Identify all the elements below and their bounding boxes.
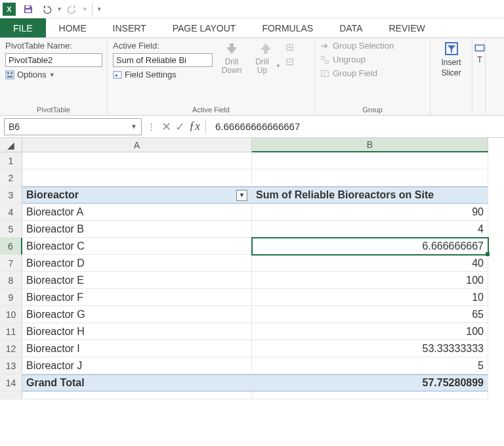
row-header-4[interactable]: 4 [0, 204, 22, 221]
insert-slicer-label2: Slicer [441, 68, 461, 78]
drill-down-button[interactable]: Drill Down [217, 41, 247, 75]
cell-B8[interactable]: 100 [252, 272, 488, 289]
formula-input[interactable]: 6.66666666666667 [211, 121, 500, 132]
timeline-icon [474, 42, 486, 54]
fx-button[interactable]: ƒx [189, 120, 200, 133]
row-header-8[interactable]: 8 [0, 272, 22, 289]
row-header-7[interactable]: 7 [0, 255, 22, 272]
insert-timeline-button[interactable]: T [474, 42, 486, 64]
name-box[interactable]: B6 ▼ [4, 118, 142, 135]
group-active-field: Active Field: Field Settings Drill Down … [108, 38, 315, 115]
tab-review[interactable]: REVIEW [375, 18, 438, 37]
group-selection-button[interactable]: Group Selection [320, 41, 394, 51]
row-header-15[interactable] [0, 391, 22, 399]
row-header-2[interactable]: 2 [0, 169, 22, 187]
undo-button[interactable] [38, 1, 55, 17]
cell-B12[interactable]: 53.33333333 [252, 340, 488, 357]
pivot-filter-button[interactable]: ▼ [236, 190, 247, 201]
slicer-icon [444, 41, 459, 56]
pivot-header-b-text: Sum of Reliable Bioreactors on Site [256, 189, 434, 201]
group-field-button[interactable]: 7 Group Field [320, 68, 394, 78]
chevron-down-icon: ▼ [276, 64, 281, 70]
pivottable-options-button[interactable]: Options ▼ [5, 70, 55, 79]
row-header-14[interactable]: 14 [0, 374, 22, 391]
group-field-icon: 7 [320, 69, 329, 78]
cell-B4[interactable]: 90 [252, 204, 488, 221]
col-header-B[interactable]: B [252, 138, 488, 152]
active-field-input[interactable] [113, 53, 213, 67]
cell-B15[interactable] [252, 391, 488, 399]
ribbon: PivotTable Name: Options ▼ PivotTable Ac… [0, 38, 504, 116]
group-pivottable-label: PivotTable [5, 104, 102, 114]
tab-page-layout[interactable]: PAGE LAYOUT [159, 18, 249, 37]
cell-B11[interactable]: 100 [252, 323, 488, 340]
cell-A13[interactable]: Bioreactor J [22, 357, 252, 374]
cell-A8[interactable]: Bioreactor E [22, 272, 252, 289]
field-settings-button[interactable]: Field Settings [113, 70, 213, 79]
cell-B1[interactable] [252, 152, 488, 169]
collapse-icon [286, 55, 298, 67]
tab-home[interactable]: HOME [46, 18, 100, 37]
redo-dropdown-icon[interactable]: ▼ [82, 6, 88, 12]
row-header-3[interactable]: 3 [0, 187, 22, 204]
tab-insert[interactable]: INSERT [100, 18, 159, 37]
formula-bar: B6 ▼ ⋮ ✕ ✓ ƒx 6.66666666666667 [0, 116, 504, 138]
redo-button[interactable] [64, 1, 81, 17]
cell-A1[interactable] [22, 152, 252, 169]
row-header-1[interactable]: 1 [0, 152, 22, 169]
cell-A15[interactable] [22, 391, 252, 399]
cell-A11[interactable]: Bioreactor H [22, 323, 252, 340]
row-header-5[interactable]: 5 [0, 221, 22, 238]
collapse-field-button[interactable] [286, 55, 298, 66]
col-header-A[interactable]: A [22, 138, 252, 152]
expand-field-button[interactable] [286, 41, 298, 51]
row-header-6[interactable]: 6 [0, 238, 22, 255]
cell-A10[interactable]: Bioreactor G [22, 306, 252, 323]
tab-data[interactable]: DATA [326, 18, 375, 37]
pivot-header-rowlabels[interactable]: Bioreactor ▼ [22, 187, 252, 204]
ungroup-button[interactable]: Ungroup [320, 55, 394, 64]
cell-B9[interactable]: 10 [252, 289, 488, 306]
select-all-corner[interactable]: ◢ [0, 138, 22, 152]
enter-formula-button[interactable]: ✓ [175, 120, 185, 134]
group-filter-label [436, 112, 467, 114]
options-icon [5, 70, 14, 79]
cell-B2[interactable] [252, 169, 488, 187]
row-header-9[interactable]: 9 [0, 289, 22, 306]
cell-B14-grandtotal[interactable]: 57.75280899 [252, 374, 488, 391]
cell-B6[interactable]: 6.666666667 [252, 238, 488, 255]
cell-A4[interactable]: Bioreactor A [22, 204, 252, 221]
row-header-11[interactable]: 11 [0, 323, 22, 340]
cell-B7[interactable]: 40 [252, 255, 488, 272]
chevron-down-icon[interactable]: ▼ [131, 123, 137, 130]
pivot-header-values[interactable]: Sum of Reliable Bioreactors on Site [252, 187, 488, 204]
ribbon-tabstrip: FILE HOME INSERT PAGE LAYOUT FORMULAS DA… [0, 18, 504, 38]
undo-dropdown-icon[interactable]: ▼ [56, 6, 62, 12]
group-group: Group Selection Ungroup 7 Group Field Gr… [315, 38, 430, 115]
group-field-label: Group Field [333, 68, 377, 78]
cancel-formula-button[interactable]: ✕ [161, 120, 171, 134]
cell-A7[interactable]: Bioreactor D [22, 255, 252, 272]
drill-up-button[interactable]: Drill Up▼ [251, 41, 281, 75]
cell-B10[interactable]: 65 [252, 306, 488, 323]
group-active-field-label: Active Field [113, 104, 309, 114]
pivottable-name-input[interactable] [5, 53, 102, 67]
tab-file[interactable]: FILE [0, 18, 46, 37]
qat-customize-icon[interactable]: ▼ [96, 6, 102, 12]
cell-B5[interactable]: 4 [252, 221, 488, 238]
save-button[interactable] [20, 1, 37, 17]
group-timeline-partial: T [472, 38, 486, 115]
tab-formulas[interactable]: FORMULAS [249, 18, 326, 37]
cell-A5[interactable]: Bioreactor B [22, 221, 252, 238]
cell-A14-grandtotal[interactable]: Grand Total [22, 374, 252, 391]
cell-A2[interactable] [22, 169, 252, 187]
insert-slicer-button[interactable]: Insert Slicer [436, 41, 467, 78]
cell-A9[interactable]: Bioreactor F [22, 289, 252, 306]
row-header-12[interactable]: 12 [0, 340, 22, 357]
row-header-13[interactable]: 13 [0, 357, 22, 374]
quick-access-toolbar: X ▼ ▼ ▼ [0, 0, 504, 18]
cell-A6[interactable]: Bioreactor C [22, 238, 252, 255]
cell-A12[interactable]: Bioreactor I [22, 340, 252, 357]
cell-B13[interactable]: 5 [252, 357, 488, 374]
row-header-10[interactable]: 10 [0, 306, 22, 323]
